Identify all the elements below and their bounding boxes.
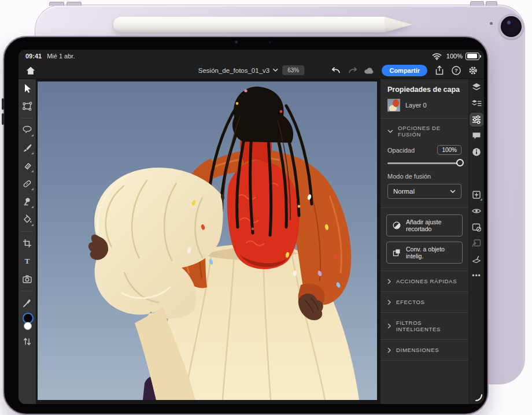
page: 09:41 Mié 1 abr. 100% Sesión_de_fotos_01… [0, 0, 532, 415]
layer-properties-icon[interactable] [470, 97, 483, 110]
add-layer-icon[interactable] [470, 188, 483, 202]
battery-percent: 100% [446, 53, 463, 60]
top-bar: 09:41 Mié 1 abr. 100% Sesión_de_fotos_01… [19, 50, 484, 79]
lasso-tool[interactable] [19, 122, 35, 138]
volume-button [2, 98, 4, 110]
flyout-indicator [31, 188, 34, 190]
brush-tool[interactable] [19, 140, 35, 156]
settings-gear-icon[interactable] [467, 64, 479, 77]
flyout-indicator [31, 134, 34, 136]
flyout-indicator [31, 152, 34, 154]
share-button[interactable]: Compartir [382, 65, 427, 76]
photoshop-app: 09:41 Mié 1 abr. 100% Sesión_de_fotos_01… [19, 50, 484, 404]
status-date: Mié 1 abr. [47, 53, 75, 60]
add-mask-icon[interactable] [470, 220, 483, 234]
opacity-label: Opacidad [387, 147, 415, 154]
microphone-dot [490, 22, 493, 25]
chevron-down-icon [272, 68, 278, 72]
color-swatches[interactable] [19, 313, 35, 332]
flyout-indicator [31, 206, 34, 208]
eyedropper-tool[interactable] [19, 295, 35, 311]
place-photo-tool[interactable] [19, 271, 35, 287]
smart-object-icon [392, 248, 401, 257]
chevron-right-icon [387, 323, 391, 329]
layer-properties-panel: Propiedades de capa Layer 0 OPCIONES DE … [380, 79, 468, 404]
document-title-group[interactable]: Sesión_de_fotos_01_v3 63% [198, 65, 304, 75]
top-button [486, 1, 497, 6]
cloud-sync-icon[interactable] [363, 64, 376, 77]
volume-button [2, 113, 4, 125]
flyout-indicator [31, 170, 34, 172]
blend-mode-label: Modo de fusión [387, 173, 431, 180]
opacity-slider-handle[interactable] [456, 159, 464, 166]
canvas-area [36, 79, 380, 404]
top-button [470, 1, 484, 6]
adjustments-icon[interactable] [470, 113, 483, 127]
transform-tool[interactable] [19, 98, 35, 114]
front-ipad-device: 09:41 Mié 1 abr. 100% Sesión_de_fotos_01… [3, 36, 489, 415]
volume-button [66, 2, 82, 6]
right-icon-rail: ••• [468, 79, 484, 404]
panel-sections: ACCIONES RÁPIDASEFECTOSFILTROS INTELIGEN… [380, 271, 468, 361]
app-header: Sesión_de_fotos_01_v3 63% Compartir ? [19, 61, 484, 79]
clone-stamp-tool[interactable] [19, 194, 35, 210]
document-title[interactable]: Sesión_de_fotos_01_v3 [198, 67, 278, 74]
opacity-value[interactable]: 100% [437, 145, 461, 155]
clip-mask-icon[interactable] [470, 236, 483, 250]
panel-section-acciones-r-pidas[interactable]: ACCIONES RÁPIDAS [380, 271, 468, 291]
flyout-indicator [31, 224, 34, 226]
smart-object-button[interactable]: Conv. a objeto intelig. [386, 242, 463, 264]
home-icon[interactable] [23, 64, 38, 77]
battery-icon [466, 53, 479, 60]
opacity-slider[interactable] [387, 162, 460, 164]
zoom-level-badge[interactable]: 63% [282, 65, 304, 75]
canvas-document[interactable] [38, 81, 377, 400]
more-options-icon[interactable]: ••• [470, 269, 483, 283]
layer-name: Layer 0 [405, 102, 427, 109]
flyout-indicator [480, 198, 482, 201]
blend-options-header[interactable]: OPCIONES DE FUSIÓN [380, 118, 468, 144]
info-icon[interactable] [470, 145, 483, 159]
panel-section-dimensiones[interactable]: DIMENSIONES [380, 339, 468, 361]
comments-icon[interactable] [470, 129, 483, 143]
eraser-tool[interactable] [19, 158, 35, 174]
panel-buttons: Añadir ajuste recortadoConv. a objeto in… [380, 208, 468, 271]
toolbar-divider [21, 231, 33, 232]
header-actions: Compartir ? [330, 64, 479, 77]
fill-tool[interactable] [19, 212, 35, 228]
crop-tool[interactable] [19, 235, 35, 251]
camera-glint [507, 21, 511, 24]
chevron-down-icon [387, 129, 393, 134]
chevron-down-icon [450, 190, 456, 194]
status-time: 09:41 [25, 53, 42, 60]
layer-row[interactable]: Layer 0 [380, 98, 468, 118]
flatten-icon[interactable] [470, 253, 483, 266]
apple-pencil-body [113, 17, 385, 32]
toolbar-divider [21, 118, 33, 118]
help-icon[interactable]: ? [450, 64, 463, 77]
undo-icon[interactable] [330, 64, 342, 77]
background-color-swatch[interactable] [24, 322, 32, 330]
blend-mode-select[interactable]: Normal [387, 184, 461, 199]
type-tool[interactable]: T [19, 253, 35, 269]
status-bar: 09:41 Mié 1 abr. 100% [19, 50, 484, 61]
scroll-curl-indicator [475, 394, 482, 401]
sensor-dot [269, 41, 271, 43]
panel-section-filtros-inteligentes[interactable]: FILTROS INTELIGENTES [380, 312, 468, 339]
panel-section-efectos[interactable]: EFECTOS [380, 291, 468, 312]
visibility-icon[interactable] [470, 204, 483, 218]
healing-brush-tool[interactable] [19, 176, 35, 192]
move-tool[interactable] [19, 80, 35, 97]
layers-icon[interactable] [470, 80, 483, 94]
chevron-right-icon [387, 299, 391, 305]
swap-colors-icon[interactable] [19, 335, 35, 349]
layer-thumbnail[interactable] [387, 99, 400, 112]
export-icon[interactable] [433, 64, 446, 77]
svg-text:?: ? [455, 67, 458, 73]
volume-button [49, 2, 64, 6]
apple-pencil-tip [385, 17, 412, 32]
rear-camera-icon [498, 14, 524, 39]
redo-icon[interactable] [346, 64, 359, 77]
panel-title: Propiedades de capa [380, 79, 468, 98]
clipped-adjustment-button[interactable]: Añadir ajuste recortado [386, 214, 463, 236]
